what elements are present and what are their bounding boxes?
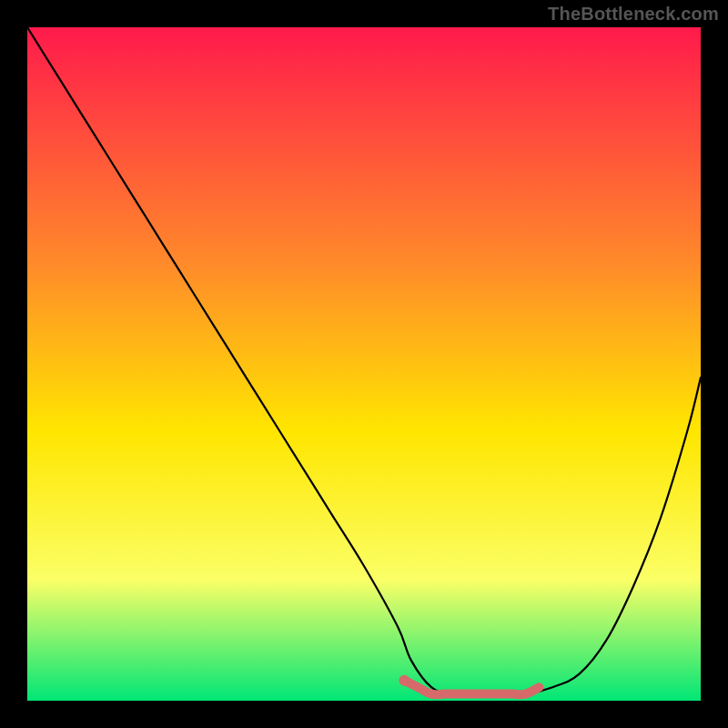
watermark-label: TheBottleneck.com	[548, 4, 719, 25]
chart-svg	[27, 27, 701, 701]
optimal-point-marker	[399, 675, 410, 686]
gradient-background	[27, 27, 701, 701]
bottleneck-chart	[27, 27, 701, 701]
chart-frame: TheBottleneck.com	[0, 0, 728, 728]
